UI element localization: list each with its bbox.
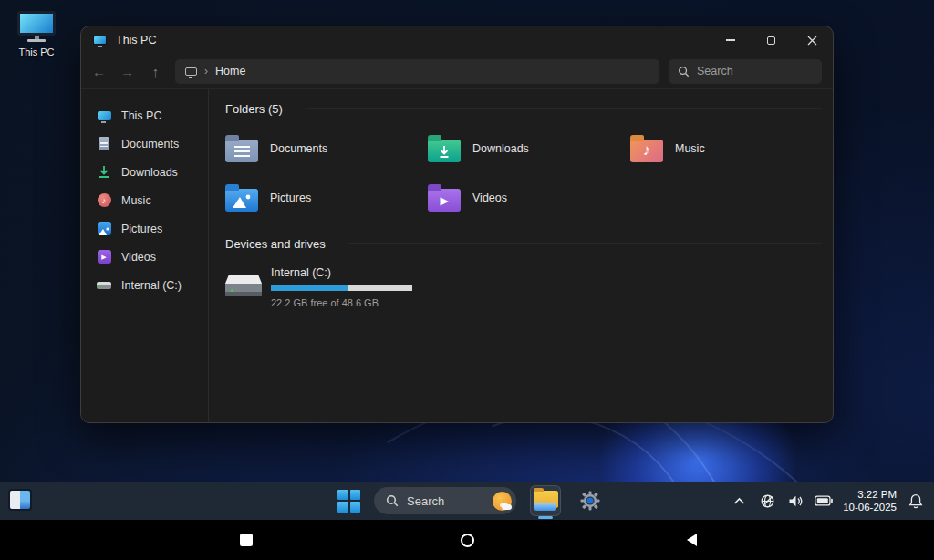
explorer-search-input[interactable] bbox=[697, 65, 797, 78]
drive-tile-internal-c[interactable]: Internal (C:) 22.2 GB free of 48.6 GB bbox=[225, 266, 822, 308]
videos-icon: ▶ bbox=[97, 250, 111, 264]
videos-folder-icon: ▶ bbox=[428, 189, 461, 212]
taskbar-file-explorer-button[interactable] bbox=[530, 485, 561, 516]
sidebar-item-videos[interactable]: ▶ Videos bbox=[81, 243, 208, 271]
android-recents-button[interactable] bbox=[226, 520, 266, 560]
chevron-up-icon bbox=[733, 497, 745, 505]
battery-button[interactable] bbox=[815, 492, 833, 510]
android-home-button[interactable] bbox=[447, 520, 487, 560]
music-icon: ♪ bbox=[97, 193, 111, 208]
tray-time: 3:22 PM bbox=[843, 488, 897, 501]
volume-button[interactable] bbox=[786, 492, 804, 510]
file-explorer-icon bbox=[534, 491, 558, 511]
devices-section-header: Devices and drives bbox=[225, 235, 822, 252]
section-divider bbox=[348, 243, 822, 244]
speaker-icon bbox=[788, 494, 804, 508]
explorer-search-box[interactable] bbox=[669, 59, 822, 84]
forward-button[interactable]: → bbox=[113, 58, 141, 84]
android-navigation-bar bbox=[0, 520, 934, 560]
sidebar-item-label: Downloads bbox=[121, 166, 178, 179]
sidebar-item-label: Music bbox=[121, 194, 151, 207]
folder-tile-videos[interactable]: ▶ Videos bbox=[428, 181, 630, 215]
drive-usage-fill bbox=[271, 285, 348, 291]
folder-label: Videos bbox=[472, 192, 507, 204]
sidebar-item-this-pc[interactable]: This PC bbox=[81, 101, 208, 130]
folders-grid: Documents Downloads ♪ Music bbox=[225, 131, 822, 215]
start-button[interactable] bbox=[337, 490, 360, 513]
taskbar-search-input[interactable] bbox=[407, 494, 476, 508]
split-window-icon[interactable] bbox=[8, 489, 32, 511]
folder-tile-documents[interactable]: Documents bbox=[225, 131, 428, 166]
folder-tile-downloads[interactable]: Downloads bbox=[428, 131, 630, 166]
section-divider bbox=[305, 108, 822, 109]
tray-clock[interactable]: 3:22 PM 10-06-2025 bbox=[843, 488, 897, 514]
folders-section-title: Folders (5) bbox=[225, 102, 283, 116]
screen: This PC This PC ← → ↑ › H bbox=[0, 0, 934, 560]
home-circle-icon bbox=[461, 534, 474, 547]
search-icon bbox=[678, 66, 690, 78]
sidebar-item-downloads[interactable]: Downloads bbox=[81, 158, 208, 186]
music-folder-icon: ♪ bbox=[630, 140, 663, 162]
sidebar-item-internal-c[interactable]: Internal (C:) bbox=[81, 271, 208, 299]
folders-section-header: Folders (5) bbox=[225, 100, 822, 117]
breadcrumb-location[interactable]: Home bbox=[215, 65, 245, 78]
title-bar[interactable]: This PC bbox=[81, 26, 833, 54]
content-pane: Folders (5) Documents bbox=[209, 89, 833, 422]
pictures-icon bbox=[97, 222, 111, 236]
folder-label: Pictures bbox=[270, 192, 311, 204]
notifications-button[interactable] bbox=[907, 492, 925, 510]
this-pc-icon bbox=[97, 109, 111, 123]
folder-label: Documents bbox=[270, 142, 327, 155]
battery-icon bbox=[815, 495, 833, 506]
up-button[interactable]: ↑ bbox=[141, 58, 170, 84]
sidebar-item-label: Internal (C:) bbox=[121, 279, 182, 292]
folder-tile-music[interactable]: ♪ Music bbox=[630, 131, 822, 166]
navigation-bar: ← → ↑ › Home bbox=[81, 54, 833, 88]
sidebar-item-label: Pictures bbox=[121, 223, 162, 235]
sidebar-item-pictures[interactable]: Pictures bbox=[81, 214, 208, 243]
desktop-icon-this-pc[interactable]: This PC bbox=[7, 11, 66, 57]
sidebar-item-label: Videos bbox=[121, 251, 156, 264]
sidebar-item-label: This PC bbox=[121, 109, 161, 122]
network-button[interactable] bbox=[758, 492, 776, 510]
android-back-button[interactable] bbox=[671, 520, 711, 560]
downloads-folder-icon bbox=[428, 140, 461, 162]
downloads-icon bbox=[97, 165, 111, 180]
address-bar[interactable]: › Home bbox=[175, 59, 659, 84]
sidebar-item-music[interactable]: ♪ Music bbox=[81, 186, 208, 214]
minimize-icon bbox=[726, 39, 735, 41]
back-button[interactable]: ← bbox=[85, 58, 113, 84]
taskbar: 3:22 PM 10-06-2025 bbox=[0, 482, 934, 520]
taskbar-settings-button[interactable] bbox=[575, 485, 606, 516]
folder-tile-pictures[interactable]: Pictures bbox=[225, 181, 428, 215]
sidebar-item-label: Documents bbox=[121, 138, 179, 150]
folder-label: Music bbox=[675, 142, 705, 155]
drive-name: Internal (C:) bbox=[271, 266, 412, 279]
globe-offline-icon bbox=[760, 493, 775, 509]
back-triangle-icon bbox=[685, 533, 699, 547]
sidebar-item-documents[interactable]: Documents bbox=[81, 130, 208, 158]
maximize-button[interactable] bbox=[751, 26, 792, 54]
documents-icon bbox=[97, 137, 111, 151]
search-icon bbox=[386, 494, 399, 507]
window-title: This PC bbox=[116, 34, 156, 47]
drive-icon bbox=[97, 278, 111, 293]
file-explorer-window: This PC ← → ↑ › Home bbox=[80, 26, 834, 423]
documents-folder-icon bbox=[225, 140, 258, 162]
gear-icon bbox=[579, 490, 601, 512]
this-pc-icon bbox=[7, 11, 66, 42]
minimize-button[interactable] bbox=[710, 26, 751, 54]
folder-label: Downloads bbox=[472, 142, 529, 155]
sidebar: This PC Documents Downloads bbox=[81, 89, 209, 422]
drive-capacity-text: 22.2 GB free of 48.6 GB bbox=[271, 297, 412, 308]
bell-icon bbox=[908, 493, 923, 509]
weather-icon bbox=[493, 492, 512, 511]
close-button[interactable] bbox=[792, 26, 833, 54]
desktop-icon-label: This PC bbox=[7, 47, 66, 57]
hard-drive-icon bbox=[225, 275, 262, 296]
this-pc-icon bbox=[185, 67, 197, 76]
taskbar-search[interactable] bbox=[374, 487, 516, 514]
maximize-icon bbox=[767, 36, 775, 45]
tray-date: 10-06-2025 bbox=[843, 501, 897, 513]
tray-expand-button[interactable] bbox=[730, 492, 748, 510]
